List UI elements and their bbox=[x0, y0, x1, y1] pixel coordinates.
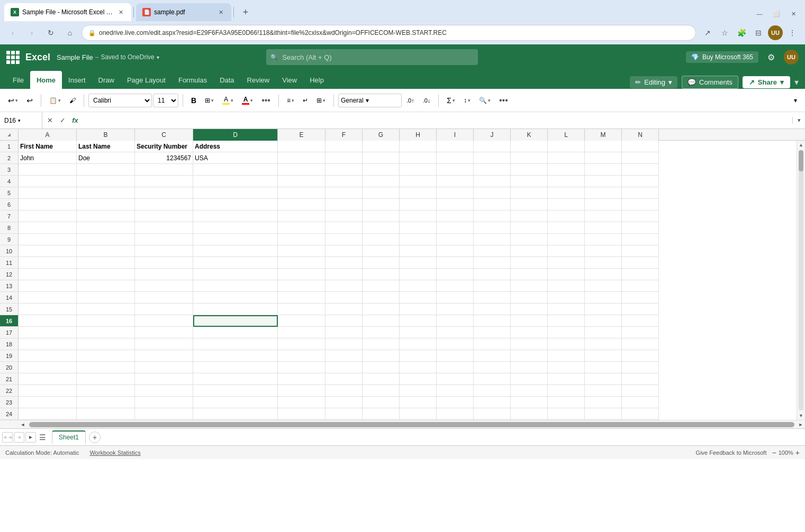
cell-I10[interactable] bbox=[437, 245, 474, 257]
cell-C23[interactable] bbox=[135, 397, 193, 408]
cell-E22[interactable] bbox=[278, 385, 325, 397]
cell-G22[interactable] bbox=[363, 385, 400, 397]
col-header-E[interactable]: E bbox=[278, 129, 325, 141]
cell-B10[interactable] bbox=[77, 245, 135, 257]
cell-E15[interactable] bbox=[278, 304, 325, 315]
cell-C4[interactable] bbox=[135, 176, 193, 187]
cell-N14[interactable] bbox=[622, 292, 659, 304]
cell-B9[interactable] bbox=[77, 234, 135, 245]
cell-M2[interactable] bbox=[585, 152, 622, 164]
cell-G15[interactable] bbox=[363, 304, 400, 315]
cell-F3[interactable] bbox=[325, 164, 363, 176]
row-header-9[interactable]: 9 bbox=[0, 234, 19, 245]
row-header-14[interactable]: 14 bbox=[0, 292, 19, 304]
cell-H23[interactable] bbox=[400, 397, 437, 408]
cell-A8[interactable] bbox=[19, 222, 77, 234]
cell-D21[interactable] bbox=[193, 373, 278, 385]
cell-I13[interactable] bbox=[437, 280, 474, 292]
formula-confirm-button[interactable]: ✓ bbox=[57, 115, 68, 126]
cell-L11[interactable] bbox=[548, 257, 585, 269]
cell-E19[interactable] bbox=[278, 350, 325, 362]
ribbon-collapse-button[interactable]: ▾ bbox=[790, 93, 801, 108]
cell-F13[interactable] bbox=[325, 280, 363, 292]
cell-J13[interactable] bbox=[474, 280, 511, 292]
cell-A20[interactable] bbox=[19, 362, 77, 373]
tab-page-layout[interactable]: Page Layout bbox=[121, 71, 172, 89]
borders-button[interactable]: ⊞ ▾ bbox=[201, 93, 218, 108]
settings-icon[interactable]: ⚙ bbox=[764, 50, 779, 65]
cell-D17[interactable] bbox=[193, 327, 278, 338]
cell-A21[interactable] bbox=[19, 373, 77, 385]
cell-H18[interactable] bbox=[400, 338, 437, 350]
cell-N24[interactable] bbox=[622, 408, 659, 420]
cell-B24[interactable] bbox=[77, 408, 135, 420]
cell-L18[interactable] bbox=[548, 338, 585, 350]
cell-K24[interactable] bbox=[511, 408, 548, 420]
cell-K23[interactable] bbox=[511, 397, 548, 408]
cell-I4[interactable] bbox=[437, 176, 474, 187]
tab-formulas[interactable]: Formulas bbox=[172, 71, 213, 89]
cell-H24[interactable] bbox=[400, 408, 437, 420]
cell-G14[interactable] bbox=[363, 292, 400, 304]
cell-D8[interactable] bbox=[193, 222, 278, 234]
cell-N12[interactable] bbox=[622, 269, 659, 280]
cell-J20[interactable] bbox=[474, 362, 511, 373]
cell-D24[interactable] bbox=[193, 408, 278, 420]
row-header-10[interactable]: 10 bbox=[0, 245, 19, 257]
cell-H10[interactable] bbox=[400, 245, 437, 257]
cell-H9[interactable] bbox=[400, 234, 437, 245]
cell-D7[interactable] bbox=[193, 210, 278, 222]
cell-A11[interactable] bbox=[19, 257, 77, 269]
cell-C22[interactable] bbox=[135, 385, 193, 397]
cell-M23[interactable] bbox=[585, 397, 622, 408]
cell-J15[interactable] bbox=[474, 304, 511, 315]
cell-N17[interactable] bbox=[622, 327, 659, 338]
col-header-N[interactable]: N bbox=[622, 129, 659, 141]
vertical-scrollbar[interactable]: ▲ ▼ bbox=[797, 141, 805, 420]
workbook-stats-button[interactable]: Workbook Statistics bbox=[89, 450, 140, 456]
excel-search-input[interactable] bbox=[266, 49, 478, 65]
clipboard-caret-icon[interactable]: ▾ bbox=[58, 98, 61, 103]
row-header-12[interactable]: 12 bbox=[0, 269, 19, 280]
cell-C16[interactable] bbox=[135, 315, 193, 327]
ribbon-expand-icon[interactable]: ▾ bbox=[794, 77, 799, 87]
font-color-button[interactable]: A ▾ bbox=[238, 93, 257, 108]
cell-J18[interactable] bbox=[474, 338, 511, 350]
cell-M11[interactable] bbox=[585, 257, 622, 269]
cell-E4[interactable] bbox=[278, 176, 325, 187]
cell-I18[interactable] bbox=[437, 338, 474, 350]
col-header-H[interactable]: H bbox=[400, 129, 437, 141]
cell-K18[interactable] bbox=[511, 338, 548, 350]
cell-H20[interactable] bbox=[400, 362, 437, 373]
cell-G21[interactable] bbox=[363, 373, 400, 385]
cell-L23[interactable] bbox=[548, 397, 585, 408]
cell-E14[interactable] bbox=[278, 292, 325, 304]
cell-J5[interactable] bbox=[474, 187, 511, 199]
cell-K2[interactable] bbox=[511, 152, 548, 164]
cell-A4[interactable] bbox=[19, 176, 77, 187]
cell-M8[interactable] bbox=[585, 222, 622, 234]
cell-G8[interactable] bbox=[363, 222, 400, 234]
restore-icon[interactable]: ⬜ bbox=[769, 8, 784, 19]
cell-C11[interactable] bbox=[135, 257, 193, 269]
formula-cancel-button[interactable]: ✕ bbox=[44, 115, 55, 126]
row-header-22[interactable]: 22 bbox=[0, 385, 19, 397]
feedback-button[interactable]: Give Feedback to Microsoft bbox=[696, 450, 767, 456]
cell-M4[interactable] bbox=[585, 176, 622, 187]
cell-B3[interactable] bbox=[77, 164, 135, 176]
row-header-6[interactable]: 6 bbox=[0, 199, 19, 210]
cell-H12[interactable] bbox=[400, 269, 437, 280]
autosum-button[interactable]: Σ ▾ bbox=[443, 93, 459, 108]
cell-F15[interactable] bbox=[325, 304, 363, 315]
cell-H2[interactable] bbox=[400, 152, 437, 164]
sheet-first-button[interactable]: ◄◄ bbox=[2, 432, 13, 443]
cell-K14[interactable] bbox=[511, 292, 548, 304]
cell-D1[interactable]: Address bbox=[193, 141, 278, 152]
cell-N13[interactable] bbox=[622, 280, 659, 292]
cell-H5[interactable] bbox=[400, 187, 437, 199]
cell-C21[interactable] bbox=[135, 373, 193, 385]
cell-G4[interactable] bbox=[363, 176, 400, 187]
cell-A19[interactable] bbox=[19, 350, 77, 362]
cell-M19[interactable] bbox=[585, 350, 622, 362]
cell-L5[interactable] bbox=[548, 187, 585, 199]
